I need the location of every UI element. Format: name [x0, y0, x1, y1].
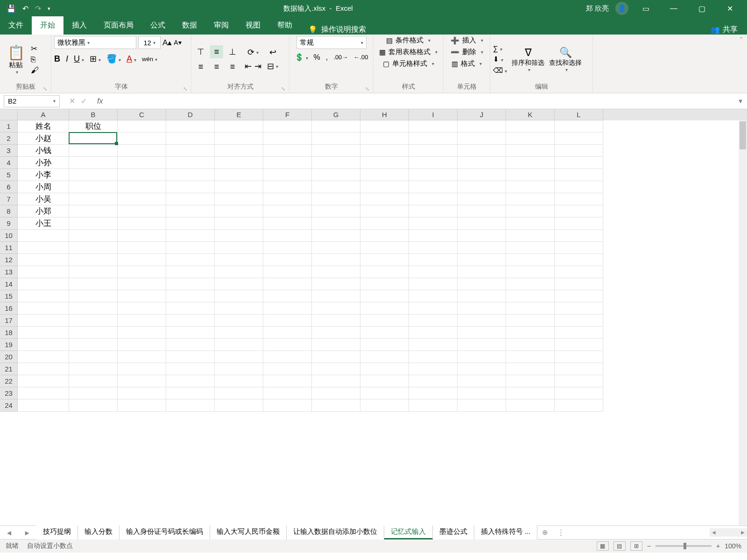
cell[interactable]: [506, 145, 555, 157]
cell[interactable]: [360, 145, 409, 157]
cell[interactable]: [263, 327, 312, 339]
cell[interactable]: [312, 363, 360, 375]
cell[interactable]: [215, 363, 263, 375]
cell[interactable]: [312, 315, 360, 327]
confirm-edit-icon[interactable]: ✓: [81, 97, 87, 105]
cell[interactable]: [18, 278, 69, 290]
cell[interactable]: [166, 133, 215, 145]
column-header[interactable]: F: [263, 109, 312, 120]
cell[interactable]: [409, 266, 458, 278]
cell[interactable]: [118, 145, 166, 157]
cell[interactable]: [18, 387, 69, 399]
select-all-corner[interactable]: [0, 109, 18, 120]
cell[interactable]: [360, 242, 409, 254]
paste-button[interactable]: 📋 粘贴 ▾: [3, 44, 29, 75]
tab-file[interactable]: 文件: [0, 16, 32, 35]
cell[interactable]: [409, 145, 458, 157]
cell[interactable]: [360, 133, 409, 145]
cell[interactable]: [506, 254, 555, 266]
cell[interactable]: [360, 278, 409, 290]
cell[interactable]: [555, 254, 603, 266]
column-header[interactable]: E: [215, 109, 263, 120]
cancel-edit-icon[interactable]: ✕: [69, 97, 75, 105]
cell[interactable]: [458, 266, 506, 278]
sheet-tab[interactable]: 插入特殊符号 ...: [474, 525, 538, 539]
cell-styles-button[interactable]: ▢单元格样式▾: [383, 59, 434, 68]
cell[interactable]: [312, 351, 360, 363]
cell[interactable]: [409, 193, 458, 205]
cell[interactable]: [215, 169, 263, 181]
cell[interactable]: [118, 375, 166, 387]
cell[interactable]: [506, 181, 555, 193]
row-header[interactable]: 18: [0, 327, 18, 339]
cell[interactable]: [409, 205, 458, 217]
orientation-icon[interactable]: ⟳▾: [245, 47, 261, 57]
cell[interactable]: [166, 399, 215, 412]
cell[interactable]: [263, 363, 312, 375]
cell[interactable]: [458, 315, 506, 327]
sheet-nav-prev-icon[interactable]: ◄: [0, 529, 18, 537]
cell[interactable]: [215, 351, 263, 363]
cell[interactable]: [506, 351, 555, 363]
cell[interactable]: [409, 120, 458, 133]
cell[interactable]: [18, 339, 69, 351]
cell[interactable]: [263, 315, 312, 327]
number-dialog-icon[interactable]: ⤡: [365, 86, 369, 92]
cell[interactable]: [69, 327, 118, 339]
cell[interactable]: [360, 181, 409, 193]
row-header[interactable]: 13: [0, 266, 18, 278]
cell[interactable]: [506, 217, 555, 230]
cell[interactable]: [458, 387, 506, 399]
cell[interactable]: [555, 205, 603, 217]
cell[interactable]: [506, 278, 555, 290]
cell[interactable]: [69, 205, 118, 217]
view-pagebreak-icon[interactable]: ⊞: [630, 541, 642, 551]
cell[interactable]: [166, 266, 215, 278]
cell[interactable]: [409, 363, 458, 375]
cell[interactable]: [166, 363, 215, 375]
cell[interactable]: [360, 157, 409, 169]
cell[interactable]: [360, 387, 409, 399]
cell[interactable]: [69, 363, 118, 375]
formula-input[interactable]: [107, 95, 734, 107]
cell[interactable]: [555, 181, 603, 193]
cell[interactable]: [458, 217, 506, 230]
cell[interactable]: [409, 181, 458, 193]
cell[interactable]: [506, 327, 555, 339]
cell[interactable]: [263, 254, 312, 266]
cell[interactable]: [555, 327, 603, 339]
row-header[interactable]: 15: [0, 290, 18, 302]
cell[interactable]: [69, 169, 118, 181]
cell[interactable]: [69, 242, 118, 254]
cell[interactable]: [215, 242, 263, 254]
row-header[interactable]: 22: [0, 375, 18, 387]
bold-icon[interactable]: B: [54, 54, 60, 64]
worksheet-grid[interactable]: ABCDEFGHIJKL 123456789101112131415161718…: [0, 109, 747, 525]
view-pagelayout-icon[interactable]: ▤: [613, 541, 626, 551]
cell[interactable]: [18, 327, 69, 339]
cell[interactable]: [506, 242, 555, 254]
cell[interactable]: [118, 290, 166, 302]
cell[interactable]: [166, 315, 215, 327]
cell[interactable]: [360, 351, 409, 363]
cell[interactable]: [409, 375, 458, 387]
cell[interactable]: [458, 157, 506, 169]
cell[interactable]: [555, 351, 603, 363]
cell[interactable]: [263, 266, 312, 278]
cell[interactable]: [118, 351, 166, 363]
italic-icon[interactable]: I: [66, 54, 68, 64]
row-header[interactable]: 23: [0, 387, 18, 399]
row-header[interactable]: 12: [0, 254, 18, 266]
cell[interactable]: [69, 290, 118, 302]
cell[interactable]: [555, 230, 603, 242]
cell[interactable]: [409, 302, 458, 315]
cell[interactable]: [263, 242, 312, 254]
column-header[interactable]: C: [118, 109, 166, 120]
cell[interactable]: [118, 205, 166, 217]
cell[interactable]: [69, 351, 118, 363]
cell[interactable]: [312, 375, 360, 387]
cell[interactable]: [506, 315, 555, 327]
cell[interactable]: [118, 169, 166, 181]
cell[interactable]: [506, 290, 555, 302]
cell[interactable]: [69, 266, 118, 278]
